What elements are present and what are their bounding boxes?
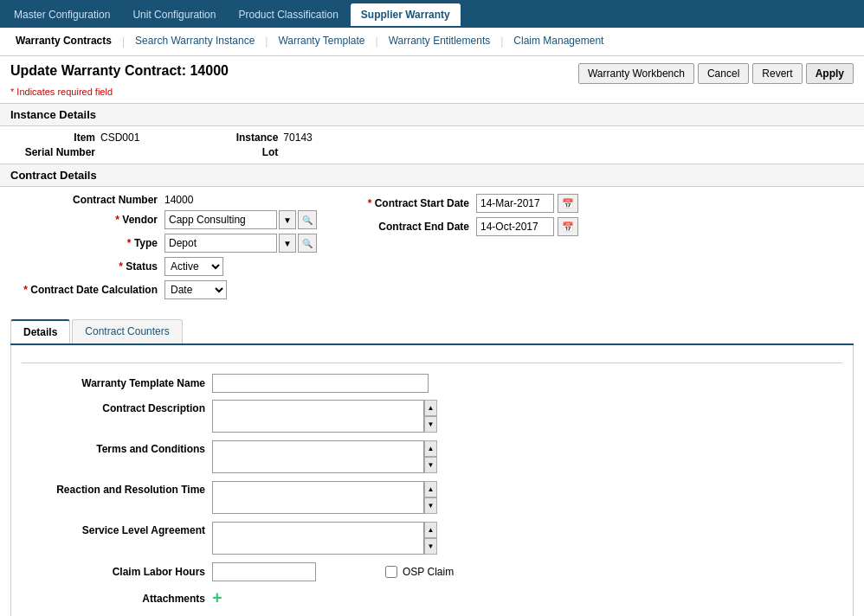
reaction-resolution-textarea[interactable] <box>212 481 424 514</box>
contract-number-value: 14000 <box>164 194 193 206</box>
terms-scroll-down[interactable]: ▼ <box>424 457 437 473</box>
service-level-label: Service Level Agreement <box>22 522 212 536</box>
end-date-calendar-btn[interactable]: 📅 <box>558 217 578 236</box>
attachments-label: Attachments <box>22 593 212 605</box>
serial-number-label: Serial Number <box>17 146 95 158</box>
start-date-calendar-btn[interactable]: 📅 <box>558 194 578 213</box>
second-navigation: Warranty Contracts | Search Warranty Ins… <box>0 28 864 56</box>
osp-claim-checkbox[interactable] <box>385 566 397 578</box>
contract-start-date-label: * Contract Start Date <box>346 197 476 209</box>
tab-content-details: Warranty Template Name Contract Descript… <box>10 345 854 616</box>
instance-label: Instance <box>226 132 278 144</box>
terms-scroll-up[interactable]: ▲ <box>424 440 437 457</box>
instance-field-row: Instance 70143 <box>226 132 312 144</box>
contract-description-label: Contract Description <box>22 400 212 414</box>
page-title: Update Warranty Contract: 14000 <box>10 63 229 79</box>
vendor-input[interactable] <box>164 210 277 229</box>
contract-date-calc-label: * Contract Date Calculation <box>17 284 164 296</box>
nav-warranty-entitlements[interactable]: Warranty Entitlements <box>380 28 500 55</box>
terms-conditions-label: Terms and Conditions <box>22 440 212 455</box>
reaction-resolution-row: Reaction and Resolution Time ▲ ▼ <box>22 481 842 517</box>
nav-warranty-template[interactable]: Warranty Template <box>269 28 373 55</box>
desc-scroll-down[interactable]: ▼ <box>424 416 437 433</box>
terms-conditions-row: Terms and Conditions ▲ ▼ <box>22 440 842 476</box>
warranty-template-name-row: Warranty Template Name <box>22 374 842 393</box>
service-level-textarea[interactable] <box>212 522 424 555</box>
item-label: Item <box>17 132 95 144</box>
claim-labor-label: Claim Labor Hours <box>22 566 212 578</box>
type-dropdown-btn[interactable]: ▼ <box>279 234 296 253</box>
nav-search-warranty[interactable]: Search Warranty Instance <box>126 28 263 55</box>
contract-date-calc-select[interactable]: Date Duration <box>164 280 227 299</box>
terms-conditions-textarea[interactable] <box>212 440 424 473</box>
serial-number-field-row: Serial Number <box>17 146 139 158</box>
desc-scroll-up[interactable]: ▲ <box>424 400 437 416</box>
tab-contract-counters[interactable]: Contract Counters <box>72 319 182 343</box>
claim-labor-row: Claim Labor Hours OSP Claim <box>22 562 842 581</box>
contract-date-calc-row: * Contract Date Calculation Date Duratio… <box>17 280 329 299</box>
reaction-resolution-label: Reaction and Resolution Time <box>22 481 212 496</box>
type-input[interactable] <box>164 234 277 253</box>
type-label: * Type <box>17 237 164 249</box>
osp-claim-group: OSP Claim <box>385 566 454 578</box>
apply-button[interactable]: Apply <box>806 63 854 84</box>
nav-warranty-contracts[interactable]: Warranty Contracts <box>7 28 120 55</box>
contract-start-date-input[interactable] <box>476 194 554 213</box>
top-navigation: Master Configuration Unit Configuration … <box>0 0 864 28</box>
contract-description-row: Contract Description ▲ ▼ <box>22 400 842 435</box>
nav-claim-management[interactable]: Claim Management <box>505 28 612 55</box>
tab-details[interactable]: Details <box>10 319 70 343</box>
lot-field-row: Lot <box>226 146 312 158</box>
osp-claim-label: OSP Claim <box>403 566 454 578</box>
service-level-scroll-down[interactable]: ▼ <box>424 538 437 555</box>
add-attachment-button[interactable]: + <box>212 588 222 608</box>
item-value: CSD001 <box>100 132 139 144</box>
contract-number-label: Contract Number <box>17 194 164 206</box>
instance-details-header: Instance Details <box>0 103 864 126</box>
type-row: * Type ▼ 🔍 <box>17 234 329 253</box>
tab-master-config[interactable]: Master Configuration <box>3 3 120 26</box>
reaction-scroll-up[interactable]: ▲ <box>424 481 437 497</box>
revert-button[interactable]: Revert <box>752 63 802 84</box>
warranty-template-name-label: Warranty Template Name <box>22 377 212 389</box>
action-buttons: Warranty Workbench Cancel Revert Apply <box>578 63 854 84</box>
cancel-button[interactable]: Cancel <box>698 63 749 84</box>
contract-start-date-row: * Contract Start Date 📅 <box>346 194 589 213</box>
warranty-workbench-button[interactable]: Warranty Workbench <box>578 63 694 84</box>
required-note: * Indicates required field <box>10 87 113 97</box>
contract-number-row: Contract Number 14000 <box>17 194 329 206</box>
status-row: * Status Active Inactive <box>17 257 329 276</box>
instance-value: 70143 <box>283 132 312 144</box>
vendor-dropdown-btn[interactable]: ▼ <box>279 210 296 229</box>
tab-divider <box>22 363 842 363</box>
status-label: * Status <box>17 260 164 273</box>
inner-tabs: Details Contract Counters <box>10 319 854 345</box>
reaction-scroll-down[interactable]: ▼ <box>424 497 437 514</box>
lot-label: Lot <box>226 146 278 158</box>
contract-end-date-row: Contract End Date 📅 <box>346 217 589 236</box>
tab-unit-config[interactable]: Unit Configuration <box>122 3 226 26</box>
status-select[interactable]: Active Inactive <box>164 257 223 276</box>
attachments-row: Attachments + <box>22 588 842 608</box>
contract-details-header: Contract Details <box>0 164 864 187</box>
type-search-btn[interactable]: 🔍 <box>298 234 317 253</box>
contract-description-textarea[interactable] <box>212 400 424 433</box>
contract-end-date-input[interactable] <box>476 217 554 236</box>
vendor-search-btn[interactable]: 🔍 <box>298 210 317 229</box>
warranty-template-name-input[interactable] <box>212 374 429 393</box>
contract-end-date-label: Contract End Date <box>346 221 476 233</box>
service-level-row: Service Level Agreement ▲ ▼ <box>22 522 842 557</box>
service-level-scroll-up[interactable]: ▲ <box>424 522 437 538</box>
tab-supplier-warranty[interactable]: Supplier Warranty <box>351 3 461 26</box>
vendor-row: * Vendor ▼ 🔍 <box>17 210 329 229</box>
tab-product-class[interactable]: Product Classification <box>228 3 348 26</box>
claim-labor-input[interactable] <box>212 562 316 581</box>
vendor-label: * Vendor <box>17 214 164 226</box>
item-field-row: Item CSD001 <box>17 132 139 144</box>
